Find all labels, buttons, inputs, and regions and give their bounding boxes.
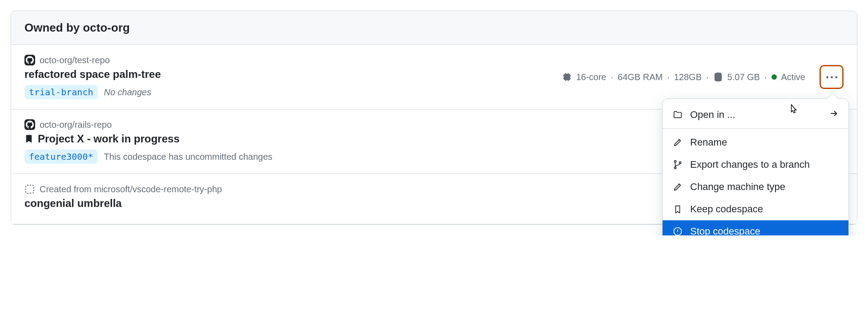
codespace-name[interactable]: refactored space palm-tree [24,68,161,81]
branch-line: trial-branch No changes [24,85,562,99]
row-left: octo-org/test-repo refactored space palm… [24,55,562,99]
changes-text: No changes [104,87,152,97]
branch-chip[interactable]: feature3000* [24,150,98,164]
codespace-name-line: refactored space palm-tree [24,68,562,81]
menu-keep-codespace[interactable]: Keep codespace [663,198,848,220]
org-avatar-icon [24,119,35,130]
separator-dot: · [611,72,613,82]
separator-dot: · [764,72,767,82]
row-left: Created from microsoft/vscode-remote-try… [24,184,711,214]
menu-label: Rename [690,137,727,148]
ram-spec: 64GB RAM [618,72,663,82]
branch-chip[interactable]: trial-branch [24,85,98,99]
menu-change-machine[interactable]: Change machine type [663,176,848,198]
changes-text: This codespace has uncommitted changes [104,152,273,162]
actions-kebab-button[interactable] [820,65,844,89]
cpu-icon [562,72,572,82]
created-from-text: Created from microsoft/vscode-remote-try… [40,184,222,194]
git-branch-icon [672,160,683,170]
template-icon [24,184,35,194]
row-specs: 16-core · 64GB RAM · 128GB · 5.07 GB · A… [562,65,844,89]
disk-spec: 128GB [674,72,702,82]
repo-name[interactable]: octo-org/test-repo [40,55,110,65]
svg-point-10 [679,162,681,163]
org-avatar-icon [24,55,35,65]
menu-open-in[interactable]: Open in ... [663,102,848,129]
status-text: Active [781,72,805,82]
menu-label: Export changes to a branch [690,159,810,170]
repo-line: octo-org/rails-repo [24,119,707,130]
status-dot-icon [772,74,777,80]
cpu-spec: 16-core [576,72,607,82]
arrow-right-icon [829,109,839,121]
menu-label: Keep codespace [690,203,763,215]
bookmark-icon [24,134,33,143]
svg-rect-5 [26,185,34,193]
svg-point-8 [674,161,676,162]
separator-dot: · [706,72,709,82]
panel-title: Owned by octo-org [24,21,130,34]
folder-icon [672,110,683,120]
pencil-icon [672,138,683,147]
svg-rect-1 [566,76,568,78]
branch-line: feature3000* This codespace has uncommit… [24,150,707,164]
database-icon [713,72,723,82]
menu-label: Change machine type [690,181,785,193]
menu-export-branch[interactable]: Export changes to a branch [663,154,848,176]
bookmark-outline-icon [672,204,683,214]
svg-point-9 [674,167,676,169]
separator-dot: · [667,72,670,82]
menu-label: Open in ... [690,109,735,121]
menu-rename[interactable]: Rename [663,131,848,154]
actions-menu: Open in ... Rename Export changes to a b… [662,98,849,235]
row-left: octo-org/rails-repo Project X - work in … [24,119,707,164]
codespace-name[interactable]: congenial umbrella [24,197,122,210]
storage-spec: 5.07 GB [727,72,760,82]
panel-header: Owned by octo-org [11,11,857,45]
codespace-name-line: Project X - work in progress [24,133,707,145]
codespace-name-line: congenial umbrella [24,197,711,210]
repo-line: octo-org/test-repo [24,55,562,65]
codespaces-panel: Owned by octo-org octo-org/test-repo ref… [11,11,857,225]
repo-line: Created from microsoft/vscode-remote-try… [24,184,711,194]
menu-label: Stop codespace [690,226,760,235]
stop-icon [672,227,683,235]
menu-stop-codespace[interactable]: Stop codespace [663,220,848,235]
codespace-name[interactable]: Project X - work in progress [38,133,180,145]
pencil-icon [672,182,683,192]
repo-name[interactable]: octo-org/rails-repo [40,120,112,130]
